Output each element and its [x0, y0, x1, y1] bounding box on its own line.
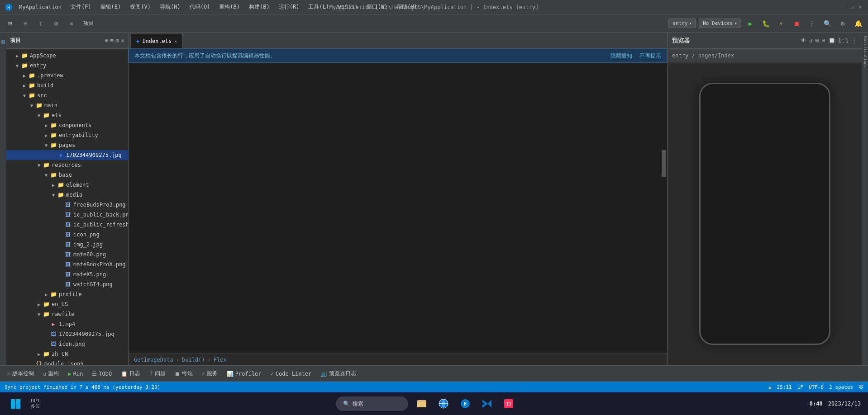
position-label[interactable]: 25:11: [777, 384, 792, 390]
menu-run[interactable]: 运行(R): [276, 2, 302, 12]
log-button[interactable]: 📋 日志: [117, 368, 144, 379]
settings2-icon[interactable]: ⚙: [836, 17, 849, 30]
tree-item-src[interactable]: ▼ 📁 src: [6, 90, 128, 100]
breadcrumb-item-3[interactable]: Flex: [214, 357, 227, 363]
run-button[interactable]: ▶: [744, 17, 757, 30]
services-button[interactable]: ⚡ 服务: [198, 368, 221, 379]
device-selector[interactable]: No Devices ▾: [699, 19, 741, 28]
tree-item-rawfile-jpg[interactable]: 🖼 1702344909275.jpg: [6, 329, 128, 339]
tree-item-media[interactable]: ▼ 📁 media: [6, 190, 128, 200]
tree-item-resources[interactable]: ▼ 📁 resources: [6, 160, 128, 170]
menu-code[interactable]: 代码(O): [187, 2, 213, 12]
menu-refactor[interactable]: 重构(B): [216, 2, 243, 12]
tree-item-preview[interactable]: ▶ 📁 .preview: [6, 71, 128, 80]
menu-nav[interactable]: 导航(N): [157, 2, 183, 12]
taskbar-browser[interactable]: [435, 396, 452, 412]
taskbar-deveco[interactable]: H: [457, 396, 473, 412]
language-label[interactable]: 英: [858, 384, 863, 391]
minimap[interactable]: [661, 63, 667, 354]
refresh-icon[interactable]: ↺: [809, 37, 813, 44]
tree-item-mate60[interactable]: 🖼 mate60.png: [6, 250, 128, 259]
minimize-button[interactable]: ─: [841, 4, 847, 10]
tree-item-entry[interactable]: ▼ 📁 entry: [6, 61, 128, 71]
minus-icon[interactable]: ⊟: [822, 37, 825, 44]
tree-item-pages[interactable]: ▼ 📁 pages: [6, 140, 128, 150]
line-ending-label[interactable]: LF: [797, 384, 803, 390]
terminal-button[interactable]: ⏹ 终端: [171, 368, 196, 379]
taskbar-file-manager[interactable]: [414, 396, 430, 412]
settings-icon[interactable]: ⚙: [50, 17, 62, 30]
sidebar-notifications[interactable]: Notifications: [862, 33, 868, 71]
tree-item-main[interactable]: ▼ 📁 main: [6, 100, 128, 110]
structure-view-icon[interactable]: ≡: [19, 17, 32, 30]
close-icon[interactable]: ✕: [65, 17, 78, 30]
notifications-icon[interactable]: 🔔: [852, 17, 864, 30]
menu-build[interactable]: 构建(B): [246, 2, 272, 12]
code-linter-button[interactable]: ✓ Code Linter: [267, 369, 315, 378]
profiler-button[interactable]: 📊 Profiler: [223, 369, 265, 378]
more-options-icon[interactable]: ⋮: [806, 17, 818, 30]
panel-sort-icon[interactable]: ≡: [110, 37, 114, 44]
tree-item-matex5[interactable]: 🖼 mateX5.png: [6, 269, 128, 279]
breadcrumb-item-1[interactable]: GetImageData: [134, 357, 173, 363]
tree-item-ic-back[interactable]: 🖼 ic_public_back.png: [6, 210, 128, 220]
eye-icon[interactable]: 👁: [801, 37, 806, 44]
warning-badge[interactable]: ▲: [768, 384, 772, 390]
run-config-selector[interactable]: entry ▾: [668, 19, 696, 28]
tree-item-entryability[interactable]: ▶ 📁 entryability: [6, 130, 128, 140]
fullscreen-icon[interactable]: 🔲: [828, 37, 835, 44]
breadcrumb-item-2[interactable]: build(): [182, 357, 205, 363]
tree-item-freebuds[interactable]: 🖼 freeBudsPro3.png: [6, 200, 128, 210]
tree-item-zh-cn[interactable]: ▶ 📁 zh_CN: [6, 349, 128, 359]
todo-button[interactable]: ☰ TODO: [88, 369, 115, 378]
tree-item-matebook[interactable]: 🖼 mateBookProX.png: [6, 259, 128, 269]
tree-item-profile[interactable]: ▶ 📁 profile: [6, 289, 128, 299]
refactor-button[interactable]: ↺ 重构: [39, 368, 62, 379]
tree-item-mp4[interactable]: ▶ 1.mp4: [6, 319, 128, 329]
zoom-100-label[interactable]: 1:1: [838, 37, 849, 44]
menu-file[interactable]: 文件(F): [68, 2, 94, 12]
panel-layout-icon[interactable]: ⊞: [105, 37, 109, 44]
tree-item-appscope[interactable]: ▶ 📁 AppScope: [6, 51, 128, 61]
maximize-button[interactable]: □: [849, 4, 855, 10]
project-panel-toggle-icon[interactable]: ⊞: [4, 17, 16, 30]
tree-item-watchgt4[interactable]: 🖼 watchGT4.png: [6, 279, 128, 289]
charset-label[interactable]: UTF-8: [809, 384, 824, 390]
tree-item-img2[interactable]: 🖼 img_2.jpg: [6, 240, 128, 250]
hide-notice-link[interactable]: 隐藏通知: [610, 52, 632, 60]
grid-icon[interactable]: ⊞: [816, 37, 819, 44]
tree-item-components[interactable]: ▶ 📁 components: [6, 120, 128, 130]
tree-item-element[interactable]: ▶ 📁 element: [6, 180, 128, 190]
tree-item-en-us[interactable]: ▶ 📁 en_US: [6, 299, 128, 309]
tree-item-rawfile[interactable]: ▼ 📁 rawfile: [6, 309, 128, 319]
debug-button[interactable]: 🐛: [759, 17, 772, 30]
problems-button[interactable]: ? 问题: [146, 368, 169, 379]
menu-tools[interactable]: 工具(L): [305, 2, 332, 12]
tree-item-icon-png[interactable]: 🖼 icon.png: [6, 230, 128, 240]
tree-item-ets[interactable]: ▼ 📁 ets: [6, 110, 128, 120]
taskbar-search[interactable]: 🔍 搜索: [336, 396, 408, 411]
close-button[interactable]: ✕: [857, 4, 863, 10]
profile-button[interactable]: ⚡: [775, 17, 787, 30]
tree-item-build[interactable]: ▶ 📁 build: [6, 80, 128, 90]
active-tab[interactable]: ◆ Index.ets ✕: [130, 34, 183, 48]
code-content[interactable]: [155, 63, 661, 354]
panel-settings-icon[interactable]: ⚙: [115, 37, 119, 44]
dont-show-link[interactable]: 不再提示: [639, 52, 661, 60]
indent-label[interactable]: 2 spaces: [829, 384, 853, 390]
taskbar-idea[interactable]: IJ: [501, 396, 517, 412]
stop-button[interactable]: ⏹: [790, 17, 803, 30]
weather-widget[interactable]: 14°C 多云: [27, 396, 43, 412]
start-button[interactable]: [7, 396, 24, 412]
notification-icon[interactable]: ⊤: [34, 17, 47, 30]
tree-item-active-file[interactable]: ◆ 1702344909275.jpg: [6, 150, 128, 160]
menu-view[interactable]: 视图(V): [127, 2, 153, 12]
tree-item-rawfile-icon[interactable]: 🖼 icon.png: [6, 339, 128, 349]
search-everywhere-icon[interactable]: 🔍: [821, 17, 834, 30]
tree-item-ic-refresh[interactable]: 🖼 ic_public_refresh.png: [6, 220, 128, 230]
run-bottom-button[interactable]: ▶ Run: [64, 369, 86, 378]
taskbar-vscode[interactable]: [479, 396, 495, 412]
menu-edit[interactable]: 编辑(E): [98, 2, 124, 12]
tree-item-base[interactable]: ▼ 📁 base: [6, 170, 128, 180]
version-control-button[interactable]: ≡ 版本控制: [4, 368, 38, 379]
